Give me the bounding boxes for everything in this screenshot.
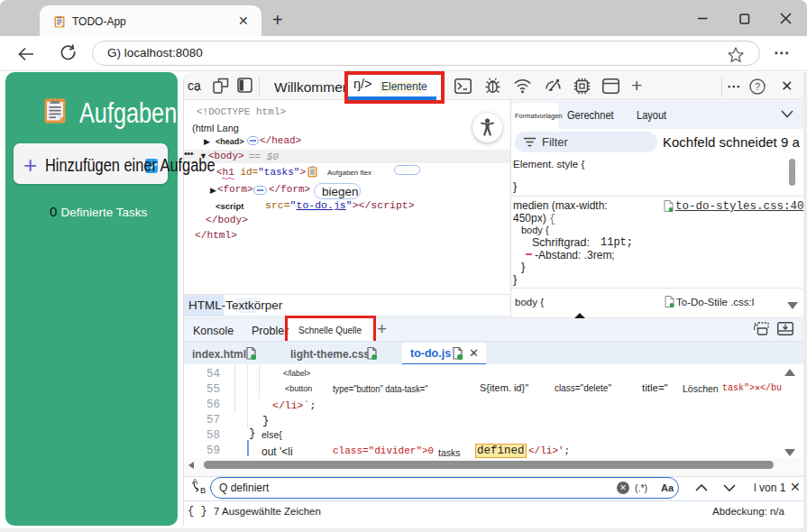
svg-text:?: ?: [755, 81, 760, 92]
